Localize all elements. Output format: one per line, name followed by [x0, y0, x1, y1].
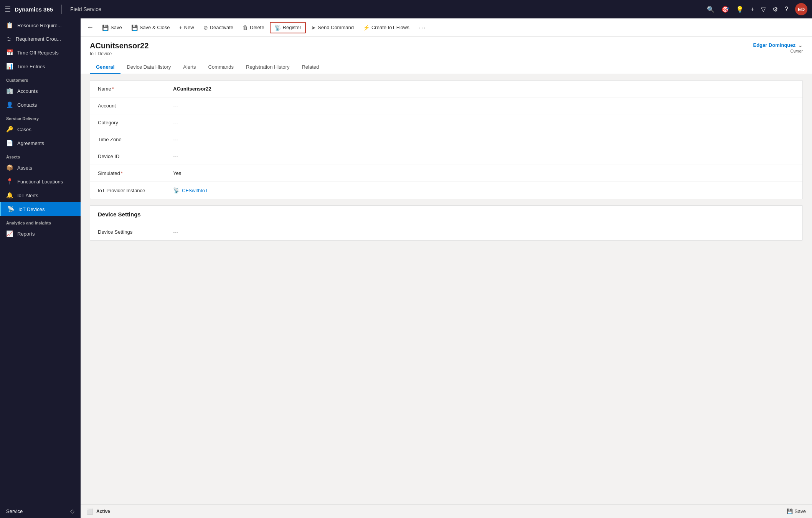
sidebar-item-resource-req[interactable]: 📋 Resource Require...: [0, 18, 81, 32]
settings-icon[interactable]: ⚙: [772, 6, 778, 13]
sidebar-item-agreements[interactable]: 📄 Agreements: [0, 136, 81, 150]
sidebar-label-accounts: Accounts: [17, 88, 38, 94]
sidebar-item-reports[interactable]: 📈 Reports: [0, 227, 81, 241]
sidebar-item-functional-locations[interactable]: 📍 Functional Locations: [0, 175, 81, 188]
record-subtitle: IoT Device: [90, 51, 149, 56]
top-navigation: ☰ Dynamics 365 Field Service 🔍 🎯 💡 + ▽ ⚙…: [0, 0, 812, 18]
requirement-group-icon: 🗂: [6, 36, 12, 42]
status-bar: ⬜ Active 💾 Save: [81, 504, 812, 518]
sidebar-item-cases[interactable]: 🔑 Cases: [0, 122, 81, 136]
create-iot-flows-button[interactable]: ⚡ Create IoT Flows: [359, 23, 413, 33]
save-close-button[interactable]: 💾 Save & Close: [127, 23, 174, 33]
sidebar-label-agreements: Agreements: [17, 140, 44, 146]
tab-alerts[interactable]: Alerts: [177, 61, 202, 74]
field-name-label: Name*: [90, 82, 167, 96]
ideas-icon[interactable]: 💡: [736, 6, 744, 13]
search-icon[interactable]: 🔍: [707, 6, 715, 13]
agreements-icon: 📄: [6, 140, 13, 147]
field-timezone-label: Time Zone: [90, 133, 167, 146]
form-content: Name* ACunitsensor22 Account --- Categor…: [81, 74, 812, 504]
sidebar-item-assets[interactable]: 📦 Assets: [0, 161, 81, 175]
sidebar-item-time-entries[interactable]: 📊 Time Entries: [0, 59, 81, 73]
new-button[interactable]: + New: [175, 23, 198, 33]
field-device-settings: Device Settings ---: [90, 223, 802, 240]
sidebar-bottom[interactable]: Service ◇: [0, 504, 81, 518]
brand-area: ☰ Dynamics 365 Field Service: [5, 5, 101, 14]
contacts-icon: 👤: [6, 101, 13, 108]
toolbar: ← 💾 Save 💾 Save & Close + New ⊘ Deactiva…: [81, 18, 812, 37]
save-icon: 💾: [102, 25, 109, 31]
section-label-assets: Assets: [0, 150, 81, 161]
field-iot-provider-label: IoT Provider Instance: [90, 184, 167, 197]
sidebar-item-time-off[interactable]: 📅 Time Off Requests: [0, 46, 81, 59]
field-iot-provider-value[interactable]: 📡 CFSwithIoT: [167, 183, 802, 197]
field-timezone-value[interactable]: ---: [167, 133, 802, 146]
tab-commands[interactable]: Commands: [202, 61, 240, 74]
record-header-top: ACunitsensor22 IoT Device Edgar Dominque…: [90, 41, 803, 56]
sidebar-label-requirement-group: Requirement Grou...: [16, 36, 61, 42]
field-category: Category ---: [90, 114, 802, 131]
sidebar-label-assets: Assets: [17, 165, 32, 171]
sidebar-label-time-entries: Time Entries: [17, 64, 45, 69]
sidebar-label-iot-devices: IoT Devices: [18, 206, 45, 212]
field-device-settings-label: Device Settings: [90, 225, 167, 239]
functional-locations-icon: 📍: [6, 178, 13, 185]
create-iot-flows-icon: ⚡: [363, 25, 370, 31]
sidebar-label-cases: Cases: [17, 127, 31, 132]
save-button[interactable]: 💾 Save: [98, 23, 126, 33]
field-device-id: Device ID ---: [90, 148, 802, 165]
register-label: Register: [283, 25, 301, 30]
status-left: ⬜ Active: [87, 508, 110, 515]
sidebar-bottom-icon: ◇: [70, 508, 74, 514]
field-category-value[interactable]: ---: [167, 116, 802, 129]
chevron-down-icon[interactable]: ⌄: [798, 41, 803, 49]
help-icon[interactable]: ?: [785, 6, 788, 13]
sidebar-item-requirement-group[interactable]: 🗂 Requirement Grou...: [0, 32, 81, 46]
add-icon[interactable]: +: [751, 6, 754, 13]
expand-icon[interactable]: ⬜: [87, 508, 93, 515]
required-asterisk: *: [112, 86, 114, 92]
iot-devices-icon: 📡: [7, 206, 15, 213]
time-entries-icon: 📊: [6, 63, 13, 70]
section-label-analytics: Analytics and Insights: [0, 216, 81, 227]
sidebar-label-functional-locations: Functional Locations: [17, 179, 63, 185]
avatar[interactable]: ED: [795, 3, 807, 15]
sidebar-item-iot-devices[interactable]: 📡 IoT Devices: [0, 202, 81, 216]
deactivate-button[interactable]: ⊘ Deactivate: [200, 23, 237, 33]
field-account-value[interactable]: ---: [167, 99, 802, 112]
owner-row: Edgar Dominquez ⌄: [753, 41, 803, 49]
delete-button[interactable]: 🗑 Delete: [239, 23, 268, 33]
sidebar-label-reports: Reports: [17, 231, 35, 237]
delete-icon: 🗑: [243, 25, 248, 31]
register-button[interactable]: 📡 Register: [270, 22, 306, 33]
assets-icon: 📦: [6, 164, 13, 171]
tab-related[interactable]: Related: [295, 61, 325, 74]
tab-general[interactable]: General: [90, 61, 120, 74]
back-button[interactable]: ←: [87, 23, 94, 31]
send-command-button[interactable]: ➤ Send Command: [307, 23, 358, 33]
more-options-button[interactable]: ⋯: [416, 22, 428, 33]
status-save-label: Save: [794, 508, 806, 514]
tab-registration-history[interactable]: Registration History: [240, 61, 295, 74]
field-name-value[interactable]: ACunitsensor22: [167, 82, 802, 96]
sidebar-item-iot-alerts[interactable]: 🔔 IoT Alerts: [0, 188, 81, 202]
tab-device-data-history[interactable]: Device Data History: [120, 61, 177, 74]
field-device-settings-value[interactable]: ---: [167, 225, 802, 239]
sidebar: 📋 Resource Require... 🗂 Requirement Grou…: [0, 18, 81, 518]
app-name: Field Service: [70, 6, 101, 12]
sidebar-item-accounts[interactable]: 🏢 Accounts: [0, 84, 81, 98]
status-save-button[interactable]: 💾 Save: [787, 508, 806, 514]
iot-provider-name: CFSwithIoT: [182, 188, 208, 193]
field-simulated-value[interactable]: Yes: [167, 167, 802, 180]
device-settings-section: Device Settings Device Settings ---: [90, 205, 803, 241]
resource-req-icon: 📋: [6, 22, 13, 29]
record-title: ACunitsensor22: [90, 41, 149, 50]
save-close-label: Save & Close: [140, 25, 170, 30]
home-icon[interactable]: 🎯: [721, 6, 729, 13]
filter-icon[interactable]: ▽: [761, 6, 766, 13]
hamburger-icon[interactable]: ☰: [5, 5, 11, 13]
field-device-id-value[interactable]: ---: [167, 150, 802, 163]
owner-name[interactable]: Edgar Dominquez: [753, 42, 795, 48]
sidebar-item-contacts[interactable]: 👤 Contacts: [0, 98, 81, 112]
owner-label: Owner: [753, 49, 803, 53]
